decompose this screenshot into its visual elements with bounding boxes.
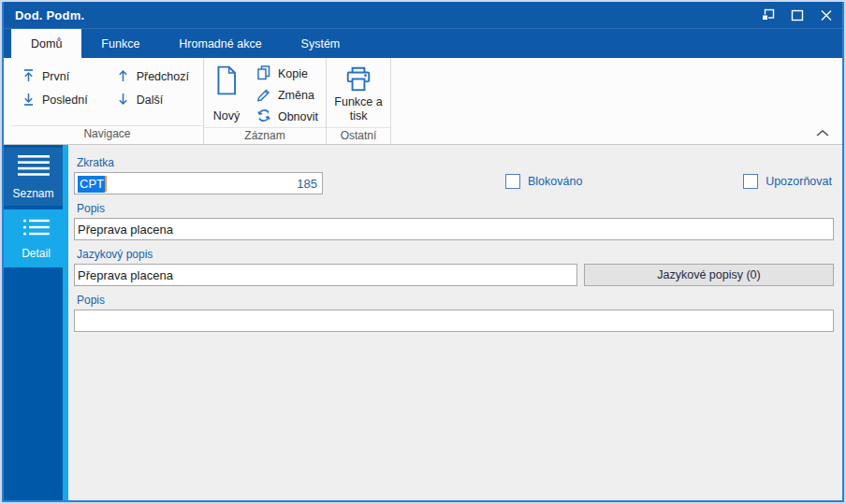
text-caret: [105, 176, 107, 192]
selected-text: CPT: [78, 176, 105, 193]
sidebar-item-detail[interactable]: Detail: [4, 209, 68, 267]
checkbox-box-icon[interactable]: [505, 174, 520, 189]
popis-label: Popis: [77, 202, 834, 215]
app-window: Dod. Podm. Domů Funkce Hromadné akce Sys…: [0, 0, 846, 504]
functions-print-button[interactable]: Funkce a tisk: [332, 58, 385, 127]
sidebar-item-label: Detail: [22, 247, 51, 260]
ribbon-tabstrip: Domů Funkce Hromadné akce Systém: [4, 28, 842, 58]
restore-icon[interactable]: [761, 8, 775, 22]
content-area: Seznam Detail Zkratka CPT 185: [4, 145, 842, 500]
row-jazykovy-popis: Přeprava placena Jazykové popisy (0): [74, 264, 834, 286]
first-button[interactable]: První: [19, 66, 91, 87]
group-label-ostatni: Ostatní: [327, 127, 390, 144]
ribbon-group-ostatni: Funkce a tisk Ostatní: [327, 58, 391, 144]
row-zkratka: Zkratka CPT 185 Blokováno Upozorňovat: [74, 149, 834, 194]
refresh-button[interactable]: Obnovit: [256, 106, 318, 127]
tab-funkce[interactable]: Funkce: [81, 29, 159, 58]
popis2-label: Popis: [77, 294, 834, 307]
arrow-down-icon: [116, 92, 130, 109]
maximize-icon[interactable]: [791, 9, 804, 22]
titlebar: Dod. Podm.: [4, 2, 842, 28]
ribbon-group-zaznam: Nový Kopie Změna Obnovit: [204, 58, 327, 144]
upozornovat-checkbox[interactable]: Upozorňovat: [743, 174, 832, 189]
sidebar-item-seznam[interactable]: Seznam: [4, 148, 63, 206]
record-id-number: 185: [297, 177, 319, 191]
tab-hromadne-akce[interactable]: Hromadné akce: [159, 29, 281, 58]
tab-domu[interactable]: Domů: [11, 29, 81, 58]
ribbon-group-navigace: První Předchozí Poslední Další: [11, 58, 204, 144]
arrow-up-bar-icon: [22, 68, 36, 86]
copy-icon: [256, 65, 271, 83]
detail-form: Zkratka CPT 185 Blokováno Upozorňovat: [68, 145, 842, 500]
menu-lines-icon: [17, 154, 51, 180]
popis-input[interactable]: Přeprava placena: [74, 218, 834, 240]
jazykovy-popis-input[interactable]: Přeprava placena: [74, 264, 577, 286]
blokovano-checkbox[interactable]: Blokováno: [505, 174, 582, 189]
new-button[interactable]: Nový: [204, 58, 249, 127]
edit-button[interactable]: Změna: [256, 84, 318, 106]
group-label-zaznam: Záznam: [204, 127, 326, 144]
bullet-list-icon: [22, 218, 51, 239]
arrow-down-bar-icon: [22, 92, 36, 109]
group-label-navigace: Navigace: [11, 125, 203, 144]
next-button[interactable]: Další: [113, 90, 192, 110]
window-inner-frame: Dod. Podm. Domů Funkce Hromadné akce Sys…: [2, 2, 844, 502]
checkbox-box-icon[interactable]: [743, 174, 758, 189]
arrow-up-icon: [116, 68, 130, 86]
printer-icon: [344, 66, 372, 95]
close-icon[interactable]: [820, 9, 833, 22]
window-title: Dod. Podm.: [15, 8, 84, 22]
jazykove-popisy-button[interactable]: Jazykové popisy (0): [584, 264, 834, 286]
sidebar-item-label: Seznam: [12, 187, 53, 200]
view-sidebar: Seznam Detail: [4, 145, 68, 500]
zkratka-label: Zkratka: [77, 156, 323, 169]
last-button[interactable]: Poslední: [19, 90, 91, 110]
tab-system[interactable]: Systém: [282, 29, 360, 58]
jazykovy-popis-label: Jazykový popis: [77, 248, 834, 261]
copy-button[interactable]: Kopie: [256, 63, 318, 84]
refresh-icon: [256, 108, 271, 126]
chevron-up-icon[interactable]: [815, 124, 830, 141]
popis2-input[interactable]: [74, 310, 834, 332]
new-document-icon: [214, 65, 239, 98]
pencil-icon: [256, 86, 271, 105]
zkratka-input[interactable]: CPT 185: [74, 172, 323, 194]
ribbon-empty-area: [391, 58, 842, 144]
previous-button[interactable]: Předchozí: [113, 66, 192, 87]
ribbon: První Předchozí Poslední Další: [4, 58, 842, 145]
window-controls: [761, 8, 833, 22]
